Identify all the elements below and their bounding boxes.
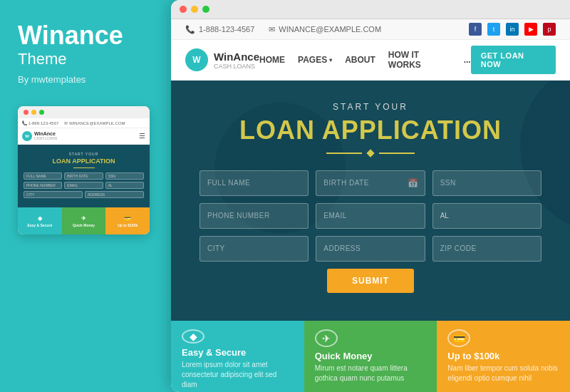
phone-icon: 📞 (185, 25, 195, 34)
zip-input[interactable] (432, 236, 542, 262)
easy-secure-text: Lorem ipsum dolor sit amet consectetur a… (182, 360, 294, 390)
mini-address: ADDRESS (85, 191, 144, 198)
mini-state: AL (105, 182, 144, 189)
left-panel: Winance Theme By mwtemplates 📞 1-888-123… (0, 0, 164, 392)
mini-card-quick: ✈ Quick Money (62, 207, 106, 234)
mini-email: ✉ WINANCE@EXAMPLE.COM (64, 120, 125, 125)
state-group: AL AK AZ (432, 203, 542, 229)
mini-logo-circle: W (22, 131, 32, 141)
phone-input[interactable] (200, 203, 309, 229)
mini-dot-red (24, 110, 28, 115)
nav-about[interactable]: ABOUT (345, 55, 375, 65)
mini-dot-green (39, 110, 44, 115)
logo-text-area: WinAnce CASH LOANS (214, 51, 259, 70)
logo-circle: W (185, 48, 208, 71)
mini-card-upto-title: Up to $100k (118, 223, 138, 227)
pinterest-icon[interactable]: p (543, 23, 556, 36)
mini-plane-icon: ✈ (81, 215, 86, 222)
logo-letter: W (192, 55, 200, 65)
brand-sub: Theme (18, 50, 146, 68)
dot-red[interactable] (180, 6, 187, 13)
hero-right-line (379, 153, 415, 154)
upto-100k-icon: 💳 (447, 329, 470, 347)
nav-home[interactable]: HOME (259, 55, 285, 65)
mini-hamburger-icon: ☰ (139, 132, 145, 140)
top-info-bar: 📞 1-888-123-4567 ✉ WINANCE@EXAMPLE.COM f… (171, 19, 570, 40)
dot-yellow[interactable] (191, 6, 198, 13)
feature-card-easy: ◆ Easy & Secure Lorem ipsum dolor sit am… (171, 321, 304, 392)
nav-cta-button[interactable]: GET LOAN NOW (471, 46, 556, 74)
city-input[interactable] (200, 236, 309, 262)
easy-secure-icon: ◆ (182, 329, 204, 344)
social-links: f t in ▶ p (469, 23, 556, 36)
top-info-left: 📞 1-888-123-4567 ✉ WINANCE@EXAMPLE.COM (185, 25, 381, 34)
mini-hero-title: LOAN APPLICATION (24, 158, 144, 165)
form-row-3 (200, 236, 542, 262)
mini-form-row-2: PHONE NUMBER EMAIL AL (24, 182, 144, 189)
hero-section: START YOUR LOAN APPLICATION 📅 (171, 81, 570, 321)
mini-city: CITY (24, 191, 83, 198)
browser-chrome (171, 0, 570, 19)
nav-links: HOME PAGES ▾ ABOUT HOW IT WORKS ... (259, 50, 471, 70)
state-select[interactable]: AL AK AZ (432, 203, 542, 229)
phone-info: 📞 1-888-123-4567 (185, 25, 254, 34)
address-group (316, 236, 425, 262)
mini-hero-divider (73, 167, 95, 168)
mini-form-row-3: CITY ADDRESS (24, 191, 144, 198)
by-line: By mwtemplates (18, 74, 146, 85)
logo-main-text: WinAnce (214, 51, 259, 63)
mini-card-easy: ◆ Easy & Secure (18, 207, 62, 234)
hero-divider (326, 150, 415, 156)
mini-card-easy-title: Easy & Secure (27, 223, 52, 227)
hero-title: LOAN APPLICATION (239, 116, 502, 145)
feature-card-upto: 💳 Up to $100k Nam liber tempor cum solut… (437, 321, 570, 392)
mini-card-icon: 💳 (124, 215, 131, 222)
quick-money-title: Quick Money (315, 351, 373, 361)
mini-card-quick-title: Quick Money (73, 223, 95, 227)
form-row-2: AL AK AZ (200, 203, 542, 229)
mini-form-row-1: FULL NAME BIRTH DATE SSN (24, 172, 144, 180)
submit-button[interactable]: SUBMIT (327, 269, 414, 293)
address-input[interactable] (316, 236, 425, 262)
dot-green[interactable] (202, 6, 209, 13)
hero-diamond-icon (366, 149, 374, 157)
email-info: ✉ WINANCE@EXAMPLE.COM (269, 25, 381, 34)
nav-pages[interactable]: PAGES ▾ (298, 55, 332, 65)
site-content: 📞 1-888-123-4567 ✉ WINANCE@EXAMPLE.COM f… (171, 19, 570, 392)
feature-card-quick: ✈ Quick Money Mirum est notare quam litt… (304, 321, 437, 392)
calendar-icon: 📅 (408, 178, 418, 188)
email-icon: ✉ (269, 25, 275, 34)
nav-logo: W WinAnce CASH LOANS (185, 48, 259, 71)
hero-left-line (326, 153, 362, 154)
city-group (200, 236, 309, 262)
mini-logo: W WinAnce CASH LOANS (22, 131, 57, 141)
mini-email: EMAIL (64, 182, 103, 189)
email-input[interactable] (316, 203, 425, 229)
nav-more[interactable]: ... (464, 55, 471, 65)
twitter-icon[interactable]: t (487, 23, 500, 36)
nav-how-it-works[interactable]: HOW IT WORKS (388, 50, 451, 70)
facebook-icon[interactable]: f (469, 23, 482, 36)
mini-logo-sub: CASH LOANS (34, 136, 57, 140)
mini-preview: 📞 1-888-123-4567 ✉ WINANCE@EXAMPLE.COM W… (18, 106, 150, 235)
upto-100k-text: Nam liber tempor cum soluta nobis eligen… (447, 363, 559, 383)
mini-full-name: FULL NAME (24, 172, 62, 180)
email-group (316, 203, 425, 229)
mini-phone: 📞 1-888-123-4567 (22, 120, 58, 125)
mini-card-upto: 💳 Up to $100k (105, 207, 150, 234)
mini-hero-sub: START YOUR (24, 152, 144, 156)
phone-group (200, 203, 309, 229)
form-submit-row: SUBMIT (200, 269, 542, 293)
phone-number: 1-888-123-4567 (199, 25, 254, 33)
right-preview: 📞 1-888-123-4567 ✉ WINANCE@EXAMPLE.COM f… (171, 0, 570, 392)
youtube-icon[interactable]: ▶ (524, 23, 537, 36)
ssn-group (432, 170, 542, 196)
loan-form: 📅 AL AK (200, 170, 542, 293)
feature-cards: ◆ Easy & Secure Lorem ipsum dolor sit am… (171, 321, 570, 392)
mini-nav: W WinAnce CASH LOANS ☰ (18, 128, 150, 145)
ssn-input[interactable] (432, 170, 542, 196)
linkedin-icon[interactable]: in (506, 23, 519, 36)
full-name-input[interactable] (200, 170, 309, 196)
hero-start-your: START YOUR (333, 102, 408, 112)
mini-phone: PHONE NUMBER (24, 182, 62, 189)
